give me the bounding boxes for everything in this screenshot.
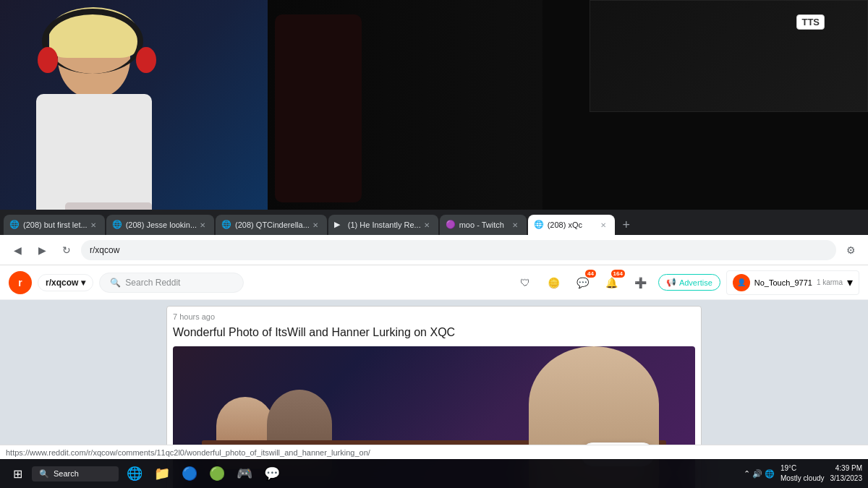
advertise-label: Advertise (679, 278, 712, 287)
tab-5[interactable]: 🟣 moo - Twitch ✕ (440, 215, 527, 235)
streamer-silhouette: Burberry (22, 7, 166, 202)
taskbar-edge[interactable]: 🌐 (122, 461, 148, 487)
mini-stream-overlay (590, 0, 868, 112)
tab-6[interactable]: 🌐 (208) xQc ✕ (528, 215, 615, 235)
reddit-nav-right: 🛡 🪙 💬 44 🔔 164 ➕ 📢 Advertise 👤 No_Touch_… (514, 270, 859, 295)
search-icon: 🔍 (110, 278, 121, 288)
tab-3-favicon: 🌐 (221, 220, 231, 230)
headset-right-cup (136, 47, 156, 73)
weather-condition: Mostly cloudy (780, 474, 825, 484)
tab-3-close[interactable]: ✕ (310, 219, 321, 231)
extensions-button[interactable]: ⚙ (841, 240, 861, 260)
karma-count: 1 karma (817, 278, 843, 286)
advertise-button[interactable]: 📢 Advertise (658, 274, 720, 291)
notifications-badge: 164 (611, 270, 625, 278)
reddit-logo[interactable]: r (9, 271, 32, 294)
tab-1[interactable]: 🌐 (208) but first let... ✕ (4, 215, 105, 235)
tab-3[interactable]: 🌐 (208) QTCinderella... ✕ (216, 215, 327, 235)
user-avatar: 👤 (733, 274, 750, 291)
weather-info: 19°C Mostly cloudy (780, 463, 825, 484)
taskbar-right: ⌃ 🔊 🌐 19°C Mostly cloudy 4:39 PM 3/13/20… (744, 463, 862, 484)
stream-right-area (268, 0, 868, 210)
tab-2-label: (208) Jesse lookin... (126, 221, 197, 229)
add-icon[interactable]: ➕ (629, 271, 652, 294)
notifications-icon[interactable]: 🔔 164 (600, 271, 624, 294)
shirt-text: Burberry (65, 202, 152, 210)
subreddit-dropdown-icon: ▾ (81, 278, 85, 288)
tab-4-favicon: ▶ (334, 220, 344, 230)
tab-2-close[interactable]: ✕ (197, 219, 208, 231)
status-url: https://www.reddit.com/r/xqcow/comments/… (6, 448, 370, 457)
tab-6-label: (208) xQc (548, 221, 582, 229)
premium-icon[interactable]: 🛡 (514, 271, 537, 294)
stream-area: Burberry (0, 0, 268, 210)
post-1-title: Wonderful Photo of ItsWill and Hanner Lu… (173, 325, 695, 341)
background-figure (275, 14, 362, 202)
background-art (268, 0, 542, 210)
tab-6-close[interactable]: ✕ (597, 219, 609, 231)
tab-1-close[interactable]: ✕ (88, 219, 99, 231)
tab-2-favicon: 🌐 (112, 220, 122, 230)
user-dropdown-icon: ▾ (847, 275, 853, 289)
address-input[interactable]: r/xqcow (81, 240, 836, 260)
taskbar-steam[interactable]: 🎮 (231, 461, 258, 487)
user-area[interactable]: 👤 No_Touch_9771 1 karma ▾ (726, 270, 859, 295)
system-tray: ⌃ 🔊 🌐 (744, 469, 775, 479)
search-box[interactable]: 🔍 Search Reddit (99, 273, 244, 293)
browser-chrome: 🌐 (208) but first let... ✕ 🌐 (208) Jesse… (0, 210, 868, 488)
taskbar-apps: 🌐 📁 🔵 🟢 🎮 💬 (122, 461, 285, 487)
streamer-body: Burberry (36, 94, 152, 210)
back-button[interactable]: ◀ (7, 240, 27, 260)
forward-button[interactable]: ▶ (32, 240, 52, 260)
tab-4-label: (1) He Instantly Re... (348, 221, 421, 229)
taskbar-date: 3/13/2023 (830, 474, 863, 484)
tab-5-close[interactable]: ✕ (509, 219, 521, 231)
status-bar: https://www.reddit.com/r/xqcow/comments/… (0, 445, 868, 459)
tab-5-favicon: 🟣 (446, 220, 456, 230)
taskbar-search-label: Search (54, 469, 79, 478)
tab-5-label: moo - Twitch (459, 221, 504, 229)
taskbar-discord[interactable]: 💬 (259, 461, 285, 487)
taskbar-search-icon: 🔍 (39, 469, 49, 479)
tab-bar: 🌐 (208) but first let... ✕ 🌐 (208) Jesse… (0, 210, 868, 235)
new-tab-button[interactable]: + (616, 215, 637, 235)
refresh-button[interactable]: ↻ (56, 240, 77, 260)
reddit-nav: r r/xqcow ▾ 🔍 Search Reddit 🛡 🪙 💬 44 🔔 1… (0, 265, 868, 300)
address-bar-row: ◀ ▶ ↻ r/xqcow ⚙ (0, 235, 868, 265)
taskbar-explorer[interactable]: 📁 (149, 461, 175, 487)
tab-1-label: (208) but first let... (23, 221, 88, 229)
start-button[interactable]: ⊞ (6, 462, 29, 485)
weather-temp: 19°C (780, 463, 825, 474)
taskbar: ⊞ 🔍 Search 🌐 📁 🔵 🟢 🎮 💬 ⌃ 🔊 🌐 19°C Mostly… (0, 459, 868, 488)
username: No_Touch_9771 (754, 278, 812, 287)
tab-2[interactable]: 🌐 (208) Jesse lookin... ✕ (106, 215, 214, 235)
tab-6-favicon: 🌐 (534, 220, 544, 230)
subreddit-name: r/xqcow (46, 278, 78, 288)
search-placeholder-text: Search Reddit (125, 278, 180, 288)
tab-3-label: (208) QTCinderella... (235, 221, 310, 229)
coins-icon[interactable]: 🪙 (542, 271, 566, 294)
chat-badge: 44 (585, 270, 596, 278)
taskbar-chrome[interactable]: 🔵 (176, 461, 203, 487)
post-1-meta: 7 hours ago (173, 312, 695, 321)
subreddit-pill[interactable]: r/xqcow ▾ (38, 274, 93, 291)
headset-left-cup (38, 47, 58, 73)
tab-1-favicon: 🌐 (9, 220, 20, 230)
datetime-display[interactable]: 4:39 PM 3/13/2023 (830, 463, 863, 484)
address-url: r/xqcow (90, 245, 119, 255)
tab-4-close[interactable]: ✕ (421, 219, 433, 231)
taskbar-spotify[interactable]: 🟢 (204, 461, 230, 487)
tray-icons: ⌃ 🔊 🌐 (744, 469, 775, 479)
tab-4[interactable]: ▶ (1) He Instantly Re... ✕ (328, 215, 438, 235)
chat-icon[interactable]: 💬 44 (571, 271, 595, 294)
mini-stream-content (590, 1, 867, 111)
tts-indicator: TTS (796, 14, 825, 30)
taskbar-search[interactable]: 🔍 Search (32, 466, 119, 481)
taskbar-time: 4:39 PM (830, 463, 863, 474)
